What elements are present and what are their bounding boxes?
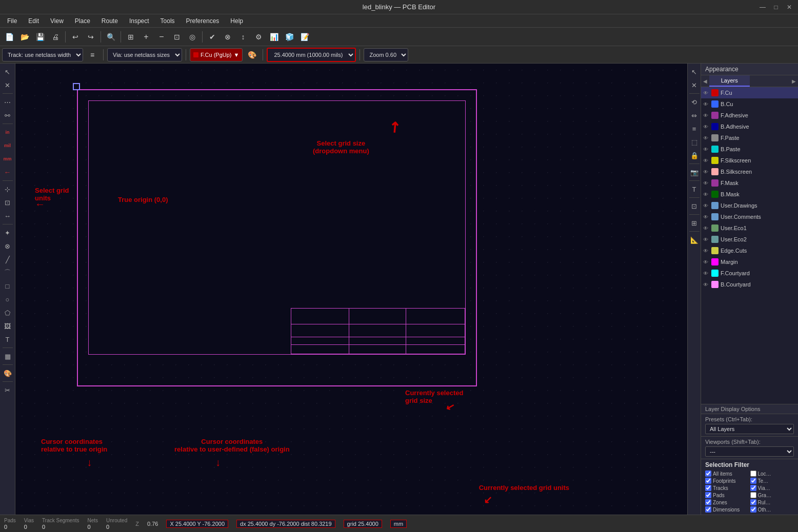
- zoom-fit-btn[interactable]: ⊞: [124, 30, 138, 44]
- measure-rs-btn[interactable]: 📐: [688, 234, 701, 246]
- filter-checkbox-1[interactable]: [750, 470, 756, 477]
- layer-row-user-drawings[interactable]: 👁 User.Drawings: [701, 200, 798, 211]
- tab-layers[interactable]: Layers: [709, 75, 750, 87]
- layer-visibility-icon[interactable]: 👁: [703, 203, 709, 209]
- via-size-select[interactable]: Via: use netclass sizes: [107, 48, 182, 62]
- menu-inspect[interactable]: Inspect: [124, 16, 154, 26]
- tab-objects[interactable]: [750, 75, 790, 87]
- layer-row-b-silkscreen[interactable]: 👁 B.Silkscreen: [701, 166, 798, 177]
- mm-unit-btn[interactable]: mm: [2, 153, 14, 165]
- track-width-btn[interactable]: ≡: [85, 48, 99, 62]
- pad-rs-btn[interactable]: ⊡: [688, 200, 701, 212]
- place-comp-btn[interactable]: ⊗: [2, 240, 14, 252]
- menu-view[interactable]: View: [45, 16, 69, 26]
- layer-visibility-icon[interactable]: 👁: [703, 237, 709, 242]
- draw-circle-btn[interactable]: ○: [2, 293, 14, 305]
- layer-row-b-paste[interactable]: 👁 B.Paste: [701, 144, 798, 155]
- filter-checkbox-8[interactable]: [705, 499, 711, 505]
- layer-row-f-adhesive[interactable]: 👁 F.Adhesive: [701, 110, 798, 121]
- layer-visibility-icon[interactable]: 👁: [703, 101, 709, 107]
- layer-visibility-icon[interactable]: 👁: [703, 158, 709, 163]
- new-file-btn[interactable]: 📄: [2, 30, 16, 44]
- close-sb-btn[interactable]: ✕: [2, 79, 14, 91]
- arrow-unit-btn[interactable]: ←: [2, 166, 14, 178]
- layer-visibility-icon[interactable]: 👁: [703, 113, 709, 118]
- draw-rect-btn[interactable]: □: [2, 280, 14, 292]
- draw-arc-btn[interactable]: ⌒: [2, 267, 14, 279]
- layer-visibility-icon[interactable]: 👁: [703, 248, 709, 254]
- layer-row-b-courtyard[interactable]: 👁 B.Courtyard: [701, 279, 798, 290]
- fill-zone-btn[interactable]: ▦: [2, 350, 14, 362]
- select-tool-btn[interactable]: ↖: [2, 66, 14, 78]
- layer-row-f-courtyard[interactable]: 👁 F.Courtyard: [701, 268, 798, 279]
- place-via-btn[interactable]: ✦: [2, 227, 14, 239]
- print-btn[interactable]: 🖨: [48, 30, 63, 44]
- layer-visibility-icon[interactable]: 👁: [703, 180, 709, 186]
- filter-checkbox-5[interactable]: [750, 485, 756, 491]
- pad-btn[interactable]: ⊡: [2, 196, 14, 209]
- layer-selector[interactable]: F.Cu (PgUp) ▼: [190, 48, 243, 62]
- board-setup-btn[interactable]: ⚙: [251, 30, 266, 44]
- draw-polygon-btn[interactable]: ⬠: [2, 306, 14, 319]
- screenshot-btn[interactable]: 📷: [688, 166, 701, 178]
- menu-route[interactable]: Route: [96, 16, 123, 26]
- 3d-view-btn[interactable]: 🧊: [282, 30, 296, 44]
- layer-visibility-icon[interactable]: 👁: [703, 169, 709, 175]
- undo-btn[interactable]: ↩: [68, 30, 83, 44]
- layers-nav-prev[interactable]: ◀: [701, 75, 709, 87]
- open-btn[interactable]: 📂: [17, 30, 32, 44]
- zoom-select[interactable]: Zoom 0.60: [364, 48, 408, 62]
- minimize-btn[interactable]: —: [758, 3, 767, 12]
- filter-checkbox-0[interactable]: [705, 470, 711, 477]
- filter-checkbox-4[interactable]: [705, 485, 711, 491]
- flip-btn[interactable]: ⟲: [688, 96, 701, 108]
- track-width-select[interactable]: Track: use netclass width: [2, 48, 83, 62]
- grid-rs-btn[interactable]: ⊞: [688, 217, 701, 229]
- layer-visibility-icon[interactable]: 👁: [703, 90, 709, 96]
- netlist-btn[interactable]: ⊗: [221, 30, 235, 44]
- text-btn[interactable]: T: [2, 333, 14, 345]
- layer-visibility-icon[interactable]: 👁: [703, 124, 709, 130]
- layer-icon-btn[interactable]: 🎨: [245, 48, 259, 62]
- layer-visibility-icon[interactable]: 👁: [703, 214, 709, 220]
- presets-select[interactable]: All Layers: [705, 424, 794, 434]
- layer-row-user-comments[interactable]: 👁 User.Comments: [701, 211, 798, 222]
- scripting-btn[interactable]: 📝: [297, 30, 312, 44]
- close-btn[interactable]: ✕: [785, 3, 794, 12]
- grid-size-select[interactable]: 25.4000 mm (1000.00 mils): [267, 48, 356, 62]
- layer-visibility-icon[interactable]: 👁: [703, 135, 709, 141]
- in-unit-btn[interactable]: in: [2, 126, 14, 138]
- redo-btn[interactable]: ↪: [84, 30, 98, 44]
- tools-btn[interactable]: ✂: [2, 384, 14, 396]
- layer-visibility-icon[interactable]: 👁: [703, 259, 709, 265]
- menu-edit[interactable]: Edit: [23, 16, 44, 26]
- drc-btn[interactable]: ✔: [205, 30, 220, 44]
- layer-visibility-icon[interactable]: 👁: [703, 271, 709, 276]
- filter-checkbox-2[interactable]: [705, 478, 711, 484]
- menu-preferences[interactable]: Preferences: [181, 16, 225, 26]
- filter-checkbox-10[interactable]: [705, 506, 711, 513]
- filter-checkbox-7[interactable]: [750, 492, 756, 498]
- menu-file[interactable]: File: [2, 16, 22, 26]
- search-btn[interactable]: 🔍: [104, 30, 118, 44]
- select-filter-btn[interactable]: ⊹: [2, 183, 14, 195]
- layer-row-margin[interactable]: 👁 Margin: [701, 256, 798, 268]
- layer-row-f-mask[interactable]: 👁 F.Mask: [701, 177, 798, 189]
- menu-help[interactable]: Help: [225, 16, 248, 26]
- measure-btn[interactable]: ↔: [2, 210, 14, 222]
- draw-line-btn[interactable]: ╱: [2, 253, 14, 265]
- layer-display-options-btn[interactable]: Layer Display Options: [701, 404, 798, 414]
- update-pcb-btn[interactable]: ↕: [236, 30, 250, 44]
- layer-row-f-cu[interactable]: 👁 F.Cu: [701, 87, 798, 98]
- layer-row-edge-cuts[interactable]: 👁 Edge.Cuts: [701, 245, 798, 256]
- layer-visibility-icon[interactable]: 👁: [703, 147, 709, 152]
- text-rs-btn[interactable]: T: [688, 183, 701, 195]
- paint-btn[interactable]: 🎨: [2, 367, 14, 379]
- route-diff-btn[interactable]: ⚯: [2, 109, 14, 121]
- menu-tools[interactable]: Tools: [155, 16, 180, 26]
- filter-checkbox-3[interactable]: [750, 478, 756, 484]
- layer-visibility-icon[interactable]: 👁: [703, 226, 709, 231]
- layer-row-f-silkscreen[interactable]: 👁 F.Silkscreen: [701, 155, 798, 166]
- layer-visibility-icon[interactable]: 👁: [703, 282, 709, 288]
- route-track-btn[interactable]: ⋯: [2, 96, 14, 108]
